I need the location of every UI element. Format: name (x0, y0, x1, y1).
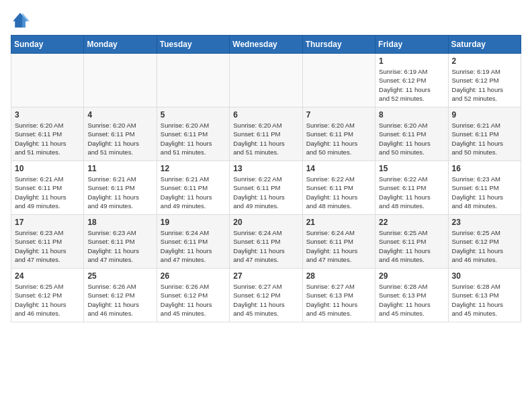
day-number: 28 (306, 271, 371, 281)
calendar-week-row: 3Sunrise: 6:20 AM Sunset: 6:11 PM Daylig… (11, 107, 521, 161)
day-info: Sunrise: 6:20 AM Sunset: 6:11 PM Dayligh… (306, 121, 371, 156)
calendar-cell: 27Sunrise: 6:27 AM Sunset: 6:12 PM Dayli… (230, 269, 302, 322)
logo-icon (11, 11, 30, 30)
weekday-header-wednesday: Wednesday (230, 36, 302, 54)
day-number: 8 (379, 110, 444, 120)
day-number: 18 (87, 218, 152, 227)
day-info: Sunrise: 6:20 AM Sunset: 6:11 PM Dayligh… (161, 121, 226, 156)
day-number: 19 (161, 218, 226, 227)
svg-marker-1 (22, 13, 30, 28)
day-number: 3 (15, 110, 80, 120)
calendar-cell: 11Sunrise: 6:21 AM Sunset: 6:11 PM Dayli… (84, 161, 157, 215)
day-info: Sunrise: 6:23 AM Sunset: 6:11 PM Dayligh… (452, 175, 517, 210)
calendar-week-row: 10Sunrise: 6:21 AM Sunset: 6:11 PM Dayli… (11, 161, 521, 215)
calendar-cell: 19Sunrise: 6:24 AM Sunset: 6:11 PM Dayli… (157, 215, 229, 269)
calendar-cell: 3Sunrise: 6:20 AM Sunset: 6:11 PM Daylig… (11, 107, 84, 161)
day-number: 25 (87, 271, 152, 281)
calendar-cell: 29Sunrise: 6:28 AM Sunset: 6:13 PM Dayli… (375, 269, 448, 322)
day-number: 1 (379, 56, 444, 66)
day-number: 20 (233, 218, 298, 227)
day-number: 16 (452, 164, 517, 173)
day-info: Sunrise: 6:22 AM Sunset: 6:11 PM Dayligh… (379, 175, 444, 210)
day-info: Sunrise: 6:19 AM Sunset: 6:12 PM Dayligh… (452, 67, 517, 103)
day-number: 11 (87, 164, 152, 173)
day-info: Sunrise: 6:25 AM Sunset: 6:12 PM Dayligh… (15, 282, 80, 318)
calendar-cell: 21Sunrise: 6:24 AM Sunset: 6:11 PM Dayli… (302, 215, 375, 269)
day-info: Sunrise: 6:24 AM Sunset: 6:11 PM Dayligh… (306, 228, 371, 264)
calendar-cell: 4Sunrise: 6:20 AM Sunset: 6:11 PM Daylig… (84, 107, 157, 161)
day-info: Sunrise: 6:20 AM Sunset: 6:11 PM Dayligh… (233, 121, 298, 156)
day-number: 22 (379, 218, 444, 227)
calendar-cell (230, 54, 302, 107)
weekday-header-thursday: Thursday (302, 36, 375, 54)
day-info: Sunrise: 6:25 AM Sunset: 6:12 PM Dayligh… (452, 228, 517, 264)
calendar-cell: 23Sunrise: 6:25 AM Sunset: 6:12 PM Dayli… (448, 215, 521, 269)
day-info: Sunrise: 6:21 AM Sunset: 6:11 PM Dayligh… (15, 175, 80, 210)
calendar-week-row: 1Sunrise: 6:19 AM Sunset: 6:12 PM Daylig… (11, 54, 521, 107)
day-number: 5 (161, 110, 226, 120)
day-info: Sunrise: 6:24 AM Sunset: 6:11 PM Dayligh… (161, 228, 226, 264)
calendar-week-row: 17Sunrise: 6:23 AM Sunset: 6:11 PM Dayli… (11, 215, 521, 269)
day-number: 4 (87, 110, 152, 120)
calendar-cell: 25Sunrise: 6:26 AM Sunset: 6:12 PM Dayli… (84, 269, 157, 322)
calendar-cell: 5Sunrise: 6:20 AM Sunset: 6:11 PM Daylig… (157, 107, 229, 161)
day-number: 10 (15, 164, 80, 173)
day-number: 15 (379, 164, 444, 173)
calendar-cell: 18Sunrise: 6:23 AM Sunset: 6:11 PM Dayli… (84, 215, 157, 269)
calendar-cell: 12Sunrise: 6:21 AM Sunset: 6:11 PM Dayli… (157, 161, 229, 215)
day-info: Sunrise: 6:21 AM Sunset: 6:11 PM Dayligh… (452, 121, 517, 156)
calendar-cell: 7Sunrise: 6:20 AM Sunset: 6:11 PM Daylig… (302, 107, 375, 161)
calendar-cell: 30Sunrise: 6:28 AM Sunset: 6:13 PM Dayli… (448, 269, 521, 322)
calendar-cell: 9Sunrise: 6:21 AM Sunset: 6:11 PM Daylig… (448, 107, 521, 161)
day-info: Sunrise: 6:24 AM Sunset: 6:11 PM Dayligh… (233, 228, 298, 264)
weekday-header-monday: Monday (84, 36, 157, 54)
day-info: Sunrise: 6:28 AM Sunset: 6:13 PM Dayligh… (452, 282, 517, 318)
day-number: 12 (161, 164, 226, 173)
page-header (11, 11, 521, 30)
day-info: Sunrise: 6:21 AM Sunset: 6:11 PM Dayligh… (87, 175, 152, 210)
day-info: Sunrise: 6:20 AM Sunset: 6:11 PM Dayligh… (15, 121, 80, 156)
calendar-cell (157, 54, 229, 107)
calendar-cell: 20Sunrise: 6:24 AM Sunset: 6:11 PM Dayli… (230, 215, 302, 269)
logo (11, 11, 32, 30)
day-number: 13 (233, 164, 298, 173)
weekday-header-saturday: Saturday (448, 36, 521, 54)
calendar-cell: 13Sunrise: 6:22 AM Sunset: 6:11 PM Dayli… (230, 161, 302, 215)
day-info: Sunrise: 6:23 AM Sunset: 6:11 PM Dayligh… (87, 228, 152, 264)
day-info: Sunrise: 6:26 AM Sunset: 6:12 PM Dayligh… (161, 282, 226, 318)
calendar-cell: 8Sunrise: 6:20 AM Sunset: 6:11 PM Daylig… (375, 107, 448, 161)
day-number: 30 (452, 271, 517, 281)
calendar-cell: 6Sunrise: 6:20 AM Sunset: 6:11 PM Daylig… (230, 107, 302, 161)
day-number: 21 (306, 218, 371, 227)
calendar-table: SundayMondayTuesdayWednesdayThursdayFrid… (11, 35, 521, 322)
day-number: 27 (233, 271, 298, 281)
day-info: Sunrise: 6:19 AM Sunset: 6:12 PM Dayligh… (379, 67, 444, 103)
day-info: Sunrise: 6:22 AM Sunset: 6:11 PM Dayligh… (233, 175, 298, 210)
weekday-header-friday: Friday (375, 36, 448, 54)
calendar-cell: 1Sunrise: 6:19 AM Sunset: 6:12 PM Daylig… (375, 54, 448, 107)
day-info: Sunrise: 6:25 AM Sunset: 6:11 PM Dayligh… (379, 228, 444, 264)
day-info: Sunrise: 6:20 AM Sunset: 6:11 PM Dayligh… (379, 121, 444, 156)
calendar-cell: 2Sunrise: 6:19 AM Sunset: 6:12 PM Daylig… (448, 54, 521, 107)
day-number: 23 (452, 218, 517, 227)
calendar-cell: 24Sunrise: 6:25 AM Sunset: 6:12 PM Dayli… (11, 269, 84, 322)
calendar-cell: 28Sunrise: 6:27 AM Sunset: 6:13 PM Dayli… (302, 269, 375, 322)
day-number: 9 (452, 110, 517, 120)
weekday-header-sunday: Sunday (11, 36, 84, 54)
weekday-header-tuesday: Tuesday (157, 36, 229, 54)
day-number: 26 (161, 271, 226, 281)
day-number: 24 (15, 271, 80, 281)
calendar-cell: 15Sunrise: 6:22 AM Sunset: 6:11 PM Dayli… (375, 161, 448, 215)
day-number: 29 (379, 271, 444, 281)
day-number: 6 (233, 110, 298, 120)
calendar-cell: 22Sunrise: 6:25 AM Sunset: 6:11 PM Dayli… (375, 215, 448, 269)
day-number: 7 (306, 110, 371, 120)
calendar-cell (84, 54, 157, 107)
day-number: 14 (306, 164, 371, 173)
calendar-week-row: 24Sunrise: 6:25 AM Sunset: 6:12 PM Dayli… (11, 269, 521, 322)
day-info: Sunrise: 6:23 AM Sunset: 6:11 PM Dayligh… (15, 228, 80, 264)
calendar-cell: 26Sunrise: 6:26 AM Sunset: 6:12 PM Dayli… (157, 269, 229, 322)
day-number: 17 (15, 218, 80, 227)
calendar-cell: 16Sunrise: 6:23 AM Sunset: 6:11 PM Dayli… (448, 161, 521, 215)
calendar-cell: 17Sunrise: 6:23 AM Sunset: 6:11 PM Dayli… (11, 215, 84, 269)
